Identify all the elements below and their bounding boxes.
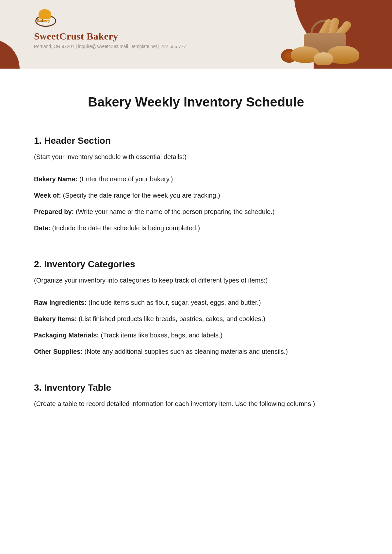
section-intro: (Organize your inventory into categories… xyxy=(34,275,358,285)
section-heading: 2. Inventory Categories xyxy=(34,259,358,269)
field-value: (Write your name or the name of the pers… xyxy=(76,208,275,215)
letterhead: Bakery SweetCrust Bakery Portland, OR 97… xyxy=(0,0,392,69)
field-label: Bakery Items: xyxy=(34,315,77,322)
field-line: Bakery Items: (List finished products li… xyxy=(34,314,358,324)
bread-basket-image xyxy=(284,13,369,65)
field-line: Raw Ingredients: (Include items such as … xyxy=(34,298,358,307)
field-value: (Include the date the schedule is being … xyxy=(52,224,200,232)
field-line: Bakery Name: (Enter the name of your bak… xyxy=(34,174,358,184)
field-label: Date: xyxy=(34,224,50,232)
field-label: Prepared by: xyxy=(34,208,74,215)
section-heading: 3. Inventory Table xyxy=(34,383,358,393)
field-label: Packaging Materials: xyxy=(34,332,99,339)
document-body: Bakery Weekly Inventory Schedule 1. Head… xyxy=(0,69,392,409)
field-label: Raw Ingredients: xyxy=(34,299,87,306)
section-heading: 1. Header Section xyxy=(34,136,358,146)
field-line: Packaging Materials: (Track items like b… xyxy=(34,330,358,340)
brand-name: SweetCrust Bakery xyxy=(34,31,186,42)
section-intro: (Start your inventory schedule with esse… xyxy=(34,152,358,162)
document-title: Bakery Weekly Inventory Schedule xyxy=(34,95,358,109)
field-label: Other Supplies: xyxy=(34,348,83,355)
field-line: Week of: (Specify the date range for the… xyxy=(34,190,358,200)
field-value: (Include items such as flour, sugar, yea… xyxy=(89,299,261,306)
field-value: (Enter the name of your bakery.) xyxy=(79,175,173,183)
field-value: (Note any additional supplies such as cl… xyxy=(84,348,288,355)
field-label: Bakery Name: xyxy=(34,175,77,183)
field-value: (Track items like boxes, bags, and label… xyxy=(101,332,223,339)
brand-block: Bakery SweetCrust Bakery Portland, OR 97… xyxy=(34,9,186,49)
bakery-logo-icon: Bakery xyxy=(34,9,59,28)
brand-subline: Portland, OR 97201 | inquire@sweetcrust.… xyxy=(34,44,186,49)
logo-text: Bakery xyxy=(37,18,50,23)
field-line: Date: (Include the date the schedule is … xyxy=(34,223,358,233)
field-line: Prepared by: (Write your name or the nam… xyxy=(34,207,358,217)
field-value: (Specify the date range for the week you… xyxy=(63,192,220,199)
field-label: Week of: xyxy=(34,192,61,199)
section-intro: (Create a table to record detailed infor… xyxy=(34,399,358,409)
field-line: Other Supplies: (Note any additional sup… xyxy=(34,347,358,356)
field-value: (List finished products like breads, pas… xyxy=(79,315,265,322)
decor-circle-left xyxy=(0,39,20,69)
